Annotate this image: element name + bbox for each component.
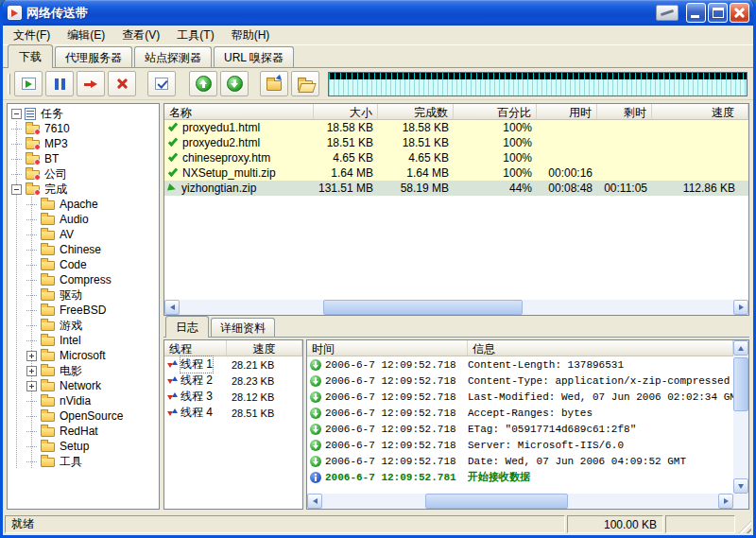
tree-category[interactable]: 公司 bbox=[9, 166, 159, 182]
tree-subfolder[interactable]: AV bbox=[25, 227, 159, 242]
log-row[interactable]: 2006-6-7 12:09:52.718 Content-Length: 13… bbox=[307, 356, 733, 373]
thread-row[interactable]: 线程 1 28.21 KB bbox=[164, 356, 302, 373]
log-hscrollbar[interactable] bbox=[307, 494, 733, 509]
minimize-button[interactable] bbox=[686, 3, 706, 23]
tree-subfolder[interactable]: Audio bbox=[25, 212, 159, 227]
tree-subfolder[interactable]: 游戏 bbox=[25, 318, 159, 333]
bottom-tab[interactable]: 日志 bbox=[165, 316, 209, 338]
menu-item[interactable]: 文件(F) bbox=[5, 26, 59, 45]
tree-subfolder[interactable]: Microsoft bbox=[25, 348, 159, 363]
column-header[interactable]: 完成数 bbox=[378, 104, 454, 119]
download-row[interactable]: chineseproxy.htm 4.65 KB 4.65 KB 100% bbox=[164, 150, 748, 165]
tree-root-tasks[interactable]: 任务 bbox=[9, 106, 159, 121]
close-button[interactable] bbox=[730, 3, 749, 23]
scrollbar-thumb[interactable] bbox=[733, 357, 748, 411]
tree-subfolder[interactable]: Code bbox=[25, 257, 159, 272]
scrollbar-track[interactable] bbox=[180, 300, 733, 315]
scrollbar-thumb[interactable] bbox=[425, 494, 568, 509]
thread-icon bbox=[167, 391, 178, 402]
log-row[interactable]: 2006-6-7 12:09:52.718 ETag: "05917714d68… bbox=[307, 421, 733, 437]
collapse-icon[interactable] bbox=[11, 109, 22, 119]
tree-subfolder[interactable]: RedHat bbox=[25, 424, 159, 439]
column-header[interactable]: 名称 bbox=[164, 104, 314, 119]
scroll-right-button[interactable] bbox=[733, 300, 748, 315]
menu-item[interactable]: 帮助(H) bbox=[223, 26, 279, 45]
scroll-down-button[interactable] bbox=[733, 478, 748, 494]
menu-item[interactable]: 查看(V) bbox=[113, 26, 168, 45]
arrow-left-icon bbox=[313, 498, 318, 504]
scroll-right-button[interactable] bbox=[718, 494, 733, 509]
scroll-up-button[interactable] bbox=[733, 340, 748, 356]
thread-speed-cell: 28.21 KB bbox=[227, 359, 302, 371]
menu-item[interactable]: 工具(T) bbox=[168, 26, 222, 45]
main-tab[interactable]: 代理服务器 bbox=[55, 46, 132, 68]
tree-subfolder[interactable]: Intel bbox=[25, 333, 159, 348]
toolbar-button[interactable] bbox=[14, 71, 43, 96]
tree-subfolder[interactable]: FreeBSD bbox=[25, 303, 159, 318]
menu-item[interactable]: 编辑(E) bbox=[59, 26, 113, 45]
column-header[interactable]: 速度 bbox=[227, 340, 302, 356]
main-tab[interactable]: URL 嗅探器 bbox=[214, 46, 294, 68]
column-header[interactable]: 用时 bbox=[537, 104, 597, 119]
download-row[interactable]: NXSetup_multi.zip 1.64 MB 1.64 MB 100% 0… bbox=[164, 165, 748, 181]
log-row[interactable]: 2006-6-7 12:09:52.718 Content-Type: appl… bbox=[307, 373, 733, 389]
log-row[interactable]: 2006-6-7 12:09:52.718 Date: Wed, 07 Jun … bbox=[307, 453, 733, 469]
tree-subfolder[interactable]: nVidia bbox=[25, 393, 159, 408]
column-header[interactable]: 百分比 bbox=[454, 104, 537, 119]
download-row[interactable]: proxyedu2.html 18.51 KB 18.51 KB 100% bbox=[164, 135, 748, 150]
log-row[interactable]: 2006-6-7 12:09:52.718 Last-Modified: Wed… bbox=[307, 389, 733, 405]
log-vscrollbar[interactable] bbox=[733, 340, 748, 494]
tree-subfolder[interactable]: Compress bbox=[25, 272, 159, 287]
tree-subfolder[interactable]: 驱动 bbox=[25, 287, 159, 303]
column-header[interactable]: 剩时 bbox=[597, 104, 652, 119]
tree-subfolder[interactable]: Chinese bbox=[25, 242, 159, 257]
tree-subfolder[interactable]: Apache bbox=[25, 197, 159, 212]
tree-subfolder[interactable]: OpenSource bbox=[25, 408, 159, 424]
toolbar-button[interactable] bbox=[147, 71, 176, 96]
column-header[interactable]: 速度 bbox=[652, 104, 748, 119]
tree-category[interactable]: MP3 bbox=[9, 136, 159, 151]
toolbar-button[interactable] bbox=[189, 71, 217, 96]
column-header[interactable]: 大小 bbox=[314, 104, 378, 119]
download-row[interactable]: yizhongtian.zip 131.51 MB 58.19 MB 44% 0… bbox=[164, 181, 748, 196]
column-header[interactable]: 时间 bbox=[307, 340, 468, 356]
scrollbar-track[interactable] bbox=[733, 356, 748, 478]
collapse-icon[interactable] bbox=[11, 184, 22, 195]
log-row[interactable]: 2006-6-7 12:09:52.718 Accept-Ranges: byt… bbox=[307, 405, 733, 421]
column-header[interactable]: 信息 bbox=[468, 340, 733, 356]
tree-category-finished[interactable]: 完成 bbox=[9, 182, 159, 197]
download-row[interactable]: proxyedu1.html 18.58 KB 18.58 KB 100% bbox=[164, 120, 748, 135]
scroll-left-button[interactable] bbox=[164, 300, 180, 315]
tree-category[interactable]: 7610 bbox=[9, 121, 159, 136]
status-text: 就绪 bbox=[5, 515, 565, 533]
maximize-button[interactable] bbox=[708, 3, 728, 23]
main-tab[interactable]: 下载 bbox=[8, 44, 53, 68]
tree-category[interactable]: BT bbox=[9, 151, 159, 166]
tree-subfolder[interactable]: 工具 bbox=[25, 454, 159, 469]
toolbar-button[interactable] bbox=[260, 71, 288, 96]
resize-grip[interactable] bbox=[737, 515, 751, 533]
thread-row[interactable]: 线程 3 28.12 KB bbox=[164, 389, 302, 405]
thread-row[interactable]: 线程 2 28.23 KB bbox=[164, 373, 302, 389]
scrollbar-track[interactable] bbox=[322, 494, 718, 509]
log-row[interactable]: 2006-6-7 12:09:52.718 Server: Microsoft-… bbox=[307, 437, 733, 453]
filelist-hscrollbar[interactable] bbox=[164, 300, 748, 315]
toolbar-button[interactable] bbox=[108, 71, 136, 96]
tree-subfolder[interactable]: 电影 bbox=[25, 363, 159, 378]
toolbar-button[interactable] bbox=[77, 71, 105, 96]
log-row[interactable]: 2006-6-7 12:09:52.781 开始接收数据 bbox=[307, 469, 733, 485]
toolbar-button[interactable] bbox=[45, 71, 74, 96]
main-tab[interactable]: 站点探测器 bbox=[134, 46, 212, 68]
column-header[interactable]: 线程 bbox=[164, 340, 227, 356]
scrollbar-thumb[interactable] bbox=[323, 300, 523, 315]
tree-subfolder[interactable]: Setup bbox=[25, 439, 159, 454]
toolbar-button[interactable] bbox=[291, 71, 319, 96]
bottom-tab[interactable]: 详细资料 bbox=[211, 318, 275, 338]
scroll-left-button[interactable] bbox=[307, 494, 322, 509]
toolbar-grip[interactable] bbox=[8, 74, 10, 95]
tree-subfolder[interactable]: Network bbox=[25, 378, 159, 393]
log-top: 时间 信息 2006-6-7 12:09:52.718 Content-Leng… bbox=[307, 340, 748, 494]
thread-row[interactable]: 线程 4 28.51 KB bbox=[164, 405, 302, 421]
toolbar-button[interactable] bbox=[220, 71, 249, 96]
tree-label: Chinese bbox=[58, 243, 103, 256]
